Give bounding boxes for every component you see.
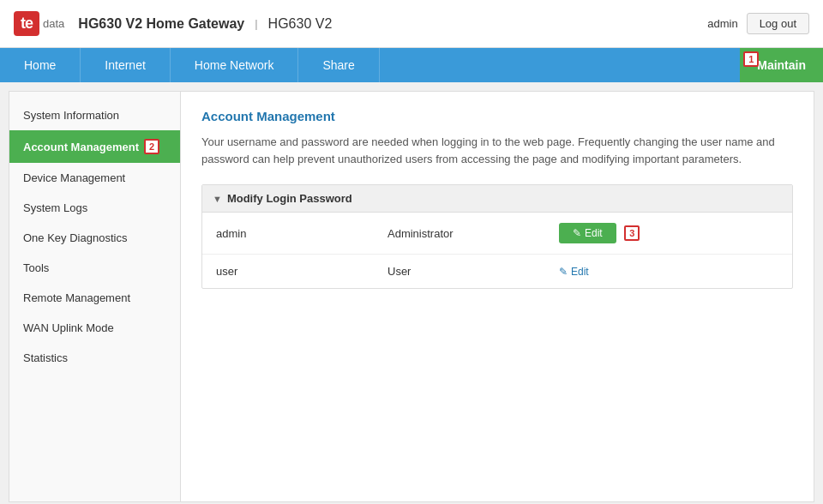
logout-button[interactable]: Log out	[747, 13, 809, 34]
nav-item-maintain[interactable]: 1 Maintain	[740, 48, 823, 82]
sidebar: System Information Account Management 2 …	[9, 92, 181, 501]
sidebar-item-tools[interactable]: Tools	[9, 253, 180, 283]
sidebar-item-account-management[interactable]: Account Management 2	[9, 130, 180, 163]
header-divider: |	[255, 17, 257, 30]
table-row: admin Administrator Edit 3	[202, 213, 792, 255]
header-user: admin	[707, 17, 737, 30]
sidebar-item-statistics[interactable]: Statistics	[9, 343, 180, 373]
table-row: user User Edit	[202, 255, 792, 289]
header-right: admin Log out	[707, 13, 809, 34]
pencil-icon	[559, 266, 568, 278]
logo-text: data	[43, 17, 64, 30]
role-cell-admin: Administrator	[374, 213, 545, 255]
sidebar-label-system-logs: System Logs	[23, 201, 87, 214]
username-cell-admin: admin	[202, 213, 374, 255]
edit-button-admin[interactable]: Edit	[559, 223, 616, 243]
sidebar-label-statistics: Statistics	[23, 351, 68, 364]
sidebar-item-system-logs[interactable]: System Logs	[9, 193, 180, 223]
nav-item-share[interactable]: Share	[298, 48, 379, 82]
sidebar-item-system-information[interactable]: System Information	[9, 100, 180, 130]
sidebar-item-wan-uplink-mode[interactable]: WAN Uplink Mode	[9, 313, 180, 343]
action-cell-admin: Edit 3	[545, 213, 792, 255]
sidebar-item-remote-management[interactable]: Remote Management	[9, 283, 180, 313]
content-area: Account Management Your username and pas…	[181, 92, 814, 501]
section-arrow-icon: ▼	[213, 194, 222, 204]
header-title: HG630 V2 Home Gateway	[78, 16, 244, 32]
content-description: Your username and password are needed wh…	[201, 134, 793, 167]
sidebar-item-one-key-diagnostics[interactable]: One Key Diagnostics	[9, 223, 180, 253]
action-cell-user: Edit	[545, 255, 792, 289]
username-cell-user: user	[202, 255, 374, 289]
modify-password-section: ▼ Modify Login Password admin Administra…	[201, 184, 793, 289]
main-nav: Home Internet Home Network Share 1 Maint…	[0, 48, 823, 82]
pencil-icon	[573, 227, 581, 239]
edit-label-admin: Edit	[585, 227, 603, 239]
logo-icon: te	[14, 11, 39, 36]
maintain-label: Maintain	[757, 58, 806, 72]
logo: te data	[14, 11, 64, 36]
edit-label-user: Edit	[571, 266, 589, 278]
sidebar-item-device-management[interactable]: Device Management	[9, 163, 180, 193]
logo-te: te	[21, 15, 33, 32]
accounts-table: admin Administrator Edit 3 user	[202, 213, 792, 288]
nav-item-home-network[interactable]: Home Network	[171, 48, 299, 82]
sidebar-label-wan-uplink-mode: WAN Uplink Mode	[23, 321, 114, 334]
header: te data HG630 V2 Home Gateway | HG630 V2…	[0, 0, 823, 48]
nav-item-internet[interactable]: Internet	[81, 48, 170, 82]
sidebar-label-account-management: Account Management	[23, 141, 139, 153]
section-header: ▼ Modify Login Password	[202, 185, 792, 213]
account-management-badge: 2	[144, 139, 159, 154]
section-title: Modify Login Password	[227, 192, 352, 205]
nav-item-home[interactable]: Home	[0, 48, 81, 82]
maintain-badge: 1	[743, 51, 759, 67]
sidebar-label-one-key-diagnostics: One Key Diagnostics	[23, 231, 127, 244]
sidebar-label-system-information: System Information	[23, 109, 119, 122]
sidebar-label-device-management: Device Management	[23, 171, 125, 184]
edit-button-user[interactable]: Edit	[559, 266, 589, 278]
edit-admin-badge: 3	[624, 225, 640, 241]
role-cell-user: User	[374, 255, 545, 289]
header-subtitle: HG630 V2	[268, 16, 333, 32]
sidebar-label-tools: Tools	[23, 261, 49, 274]
content-title: Account Management	[201, 109, 793, 123]
sidebar-label-remote-management: Remote Management	[23, 291, 130, 304]
main-container: System Information Account Management 2 …	[9, 91, 814, 502]
